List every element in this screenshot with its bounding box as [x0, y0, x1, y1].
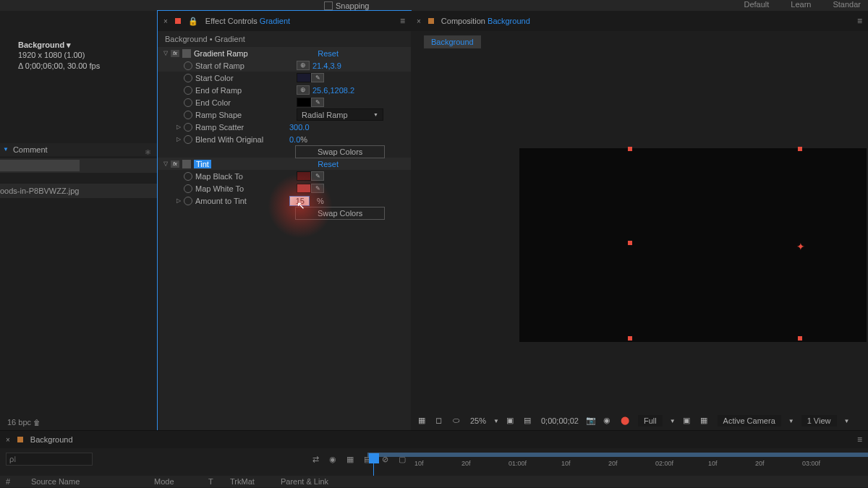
transform-handle[interactable]: [628, 147, 632, 151]
chevron-right-icon[interactable]: ▷: [176, 136, 184, 142]
transform-handle[interactable]: [798, 147, 802, 151]
chevron-down-icon[interactable]: ▽: [163, 160, 171, 167]
chevron-right-icon[interactable]: ▷: [176, 197, 184, 204]
composition-viewer[interactable]: ✦: [519, 54, 868, 408]
color-swatch[interactable]: [297, 73, 311, 82]
value-end-of-ramp[interactable]: 25.6,1208.2: [312, 86, 354, 95]
region-icon[interactable]: ▣: [683, 416, 693, 426]
fx-badge-icon[interactable]: fx: [171, 160, 179, 168]
composition-frame[interactable]: [519, 148, 867, 342]
hierarchy-icon[interactable]: ⚛: [145, 148, 151, 156]
snapping-checkbox[interactable]: [324, 1, 333, 10]
close-icon[interactable]: ×: [417, 17, 421, 25]
prop-start-of-ramp: Start of Ramp: [195, 61, 297, 70]
toggle-icon[interactable]: ▣: [506, 416, 516, 426]
crosshair-button[interactable]: ⊕: [297, 61, 310, 70]
stopwatch-icon[interactable]: [184, 61, 192, 70]
panel-title-layer[interactable]: Gradient: [260, 17, 290, 25]
panel-menu-icon[interactable]: ≡: [857, 435, 862, 445]
lock-icon[interactable]: 🔒: [188, 17, 198, 26]
bpc-button[interactable]: 16 bpc: [7, 418, 31, 427]
transparency-icon[interactable]: ▦: [700, 416, 710, 426]
value-ramp-scatter[interactable]: 300.0: [289, 123, 310, 132]
composition-mini-flowchart-icon[interactable]: ⇄: [310, 453, 321, 465]
chevron-down-icon[interactable]: ▽: [163, 50, 171, 56]
channel-icon[interactable]: ⬤: [621, 416, 631, 426]
panel-menu-icon[interactable]: ≡: [400, 16, 405, 26]
resolution-dropdown[interactable]: Full: [638, 415, 663, 427]
color-swatch[interactable]: [297, 98, 311, 107]
effect-name-gradient-ramp[interactable]: Gradient Ramp: [194, 49, 318, 58]
draft-3d-icon[interactable]: ◉: [327, 453, 339, 465]
col-number[interactable]: #: [6, 477, 17, 486]
eyedropper-icon[interactable]: ✎: [311, 98, 324, 107]
workspace-default[interactable]: Default: [744, 0, 769, 9]
stopwatch-icon[interactable]: [184, 135, 192, 144]
col-mode[interactable]: Mode: [154, 477, 194, 486]
color-swatch[interactable]: [297, 184, 311, 193]
value-start-of-ramp[interactable]: 21.4,3.9: [312, 61, 341, 70]
crosshair-button[interactable]: ⊕: [297, 85, 310, 95]
stopwatch-icon[interactable]: [184, 184, 192, 193]
transform-handle[interactable]: [798, 336, 802, 341]
camera-dropdown[interactable]: Active Camera: [718, 415, 781, 427]
timeline-tab[interactable]: Background: [30, 435, 73, 444]
effect-preset-icon[interactable]: [182, 49, 191, 58]
value-blend[interactable]: 0.0: [289, 135, 300, 144]
mask-icon[interactable]: ◻: [435, 416, 446, 426]
close-icon[interactable]: ×: [163, 17, 168, 25]
reset-button[interactable]: Reset: [318, 49, 339, 58]
stopwatch-icon[interactable]: [184, 111, 192, 119]
stopwatch-icon[interactable]: [184, 86, 192, 95]
workspace-learn[interactable]: Learn: [791, 0, 811, 9]
effect-controls-panel: × 🔒 Effect Controls Gradient ≡ Backgroun…: [158, 11, 411, 430]
zoom-dropdown[interactable]: 25%: [470, 416, 486, 425]
swap-colors-button[interactable]: Swap Colors: [295, 207, 385, 220]
shy-icon[interactable]: ▦: [344, 453, 356, 465]
transform-handle[interactable]: [628, 241, 632, 245]
chevron-right-icon[interactable]: ▷: [176, 124, 184, 130]
col-source-name[interactable]: Source Name: [31, 477, 140, 486]
snapshot-icon[interactable]: ◉: [603, 416, 613, 426]
camera-icon[interactable]: 📷: [586, 416, 596, 426]
eyedropper-icon[interactable]: ✎: [311, 184, 324, 193]
current-timecode[interactable]: 0;00;00;02: [541, 416, 579, 425]
stopwatch-icon[interactable]: [184, 197, 192, 205]
reset-button[interactable]: Reset: [318, 160, 339, 168]
cursor-icon: ↖: [297, 200, 305, 211]
col-trkmat[interactable]: TrkMat: [230, 477, 266, 486]
eyedropper-icon[interactable]: ✎: [311, 73, 324, 82]
toggle-icon[interactable]: ▤: [524, 416, 534, 426]
stopwatch-icon[interactable]: [184, 123, 192, 132]
col-t[interactable]: T: [208, 477, 216, 486]
panel-title: Effect Controls: [205, 17, 258, 25]
project-file-row[interactable]: oods-in-P8BVWZZ.jpg: [0, 184, 158, 198]
viewer-controls: ▦ ◻ ⬭ 25% ▼ ▣ ▤ 0;00;00;02 📷 ◉ ⬤ Full ▼ …: [411, 415, 868, 427]
stopwatch-icon[interactable]: [184, 172, 192, 181]
close-icon[interactable]: ×: [6, 436, 10, 444]
stopwatch-icon[interactable]: [184, 74, 192, 82]
workspace-standard[interactable]: Standar: [833, 0, 861, 9]
3d-icon[interactable]: ⬭: [453, 416, 463, 426]
ramp-shape-dropdown[interactable]: Radial Ramp▼: [297, 108, 383, 121]
views-dropdown[interactable]: 1 View: [801, 415, 837, 427]
color-swatch[interactable]: [297, 171, 311, 181]
grid-icon[interactable]: ▦: [418, 416, 428, 426]
col-parent[interactable]: Parent & Link: [281, 477, 328, 486]
dropdown-arrow-icon[interactable]: ▼: [3, 146, 9, 153]
comp-panel-link[interactable]: Background: [488, 17, 530, 25]
stopwatch-icon[interactable]: [184, 98, 192, 107]
anchor-point-icon[interactable]: ✦: [796, 241, 807, 251]
flowchart-tab[interactable]: Background: [424, 35, 481, 48]
panel-menu-icon[interactable]: ≡: [857, 16, 862, 26]
composition-name[interactable]: Background ▾: [18, 40, 140, 50]
effect-preset-icon[interactable]: [182, 160, 191, 168]
fx-badge-icon[interactable]: fx: [171, 50, 179, 57]
effect-name-tint[interactable]: Tint: [194, 160, 211, 168]
eyedropper-icon[interactable]: ✎: [311, 171, 324, 181]
comment-header[interactable]: Comment: [13, 145, 155, 154]
time-ruler[interactable]: 10f 20f 01:00f 10f 20f 02:00f 10f 20f 03…: [367, 456, 868, 471]
timeline-search-input[interactable]: [6, 453, 93, 466]
swap-colors-button[interactable]: Swap Colors: [295, 145, 385, 158]
transform-handle[interactable]: [628, 336, 632, 341]
